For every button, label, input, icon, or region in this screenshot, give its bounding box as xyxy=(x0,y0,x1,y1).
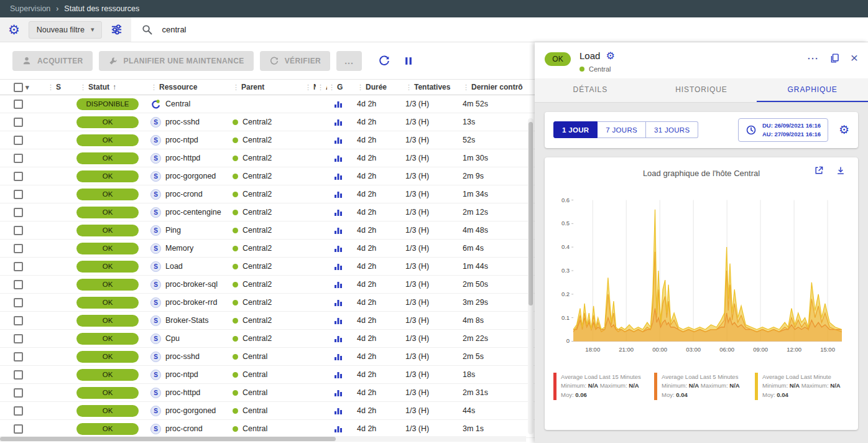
table-row[interactable]: OK S proc-broker-sql Central2 xyxy=(0,276,535,294)
graph-icon[interactable] xyxy=(334,424,343,433)
parent-name[interactable]: Central2 xyxy=(242,226,272,235)
refresh-button[interactable] xyxy=(378,55,390,67)
search-input[interactable] xyxy=(162,25,410,34)
table-row[interactable]: OK S proc-ntpd Central2 xyxy=(0,131,535,149)
parent-name[interactable]: Central2 xyxy=(242,244,272,253)
parent-name[interactable]: Central xyxy=(242,406,267,415)
resource-name[interactable]: Central xyxy=(165,100,190,108)
table-row[interactable]: OK S proc-httpd Central xyxy=(0,384,535,402)
select-all-checkbox[interactable] xyxy=(14,83,23,92)
tab-graphique[interactable]: GRAPHIQUE xyxy=(757,78,868,102)
resource-name[interactable]: proc-broker-sql xyxy=(165,280,218,289)
column-header-resource[interactable]: ⋮ Ressource xyxy=(143,83,225,91)
graph-icon[interactable] xyxy=(334,100,343,108)
table-row[interactable]: OK S proc-sshd Central2 xyxy=(0,113,535,131)
table-row[interactable]: DISPONIBLE S Central xyxy=(0,95,535,113)
resource-name[interactable]: proc-httpd xyxy=(165,154,200,162)
table-row[interactable]: OK S proc-gorgoned Central xyxy=(0,402,535,420)
panel-host-name[interactable]: Central xyxy=(589,65,611,73)
resource-name[interactable]: proc-crond xyxy=(165,190,203,198)
graph-icon[interactable] xyxy=(334,370,343,379)
resource-name[interactable]: Ping xyxy=(165,226,181,235)
copy-link-button[interactable] xyxy=(829,53,840,63)
vertical-scrollbar-thumb[interactable] xyxy=(529,122,533,305)
resource-name[interactable]: Broker-Stats xyxy=(165,316,208,325)
resource-settings-gear-icon[interactable]: ⚙ xyxy=(606,51,614,61)
graph-icon[interactable] xyxy=(334,136,343,144)
column-header-notes[interactable]: ⋮ N xyxy=(303,83,316,91)
table-row[interactable]: OK S proc-crond Central xyxy=(0,420,535,438)
graph-icon[interactable] xyxy=(334,388,343,397)
column-header-tries[interactable]: ⋮ Tentatives xyxy=(398,83,455,91)
filter-select[interactable]: Nouveau filtre ▾ xyxy=(29,21,103,39)
table-row[interactable]: OK S proc-centengine Central2 xyxy=(0,203,535,222)
row-checkbox[interactable] xyxy=(14,100,23,109)
resource-name[interactable]: proc-gorgoned xyxy=(165,172,216,180)
parent-name[interactable]: Central2 xyxy=(242,280,272,289)
resource-name[interactable]: Memory xyxy=(165,244,193,253)
row-checkbox[interactable] xyxy=(14,136,23,145)
date-range-box[interactable]: DU: 26/09/2021 16:16 AU: 27/09/2021 16:1… xyxy=(738,118,828,142)
graph-icon[interactable] xyxy=(334,334,343,343)
load-chart[interactable]: 18:0021:0000:0003:0006:0009:0012:0015:00… xyxy=(552,184,851,369)
range-1-jour[interactable]: 1 JOUR xyxy=(553,121,598,138)
resource-name[interactable]: proc-gorgoned xyxy=(165,406,216,415)
row-checkbox[interactable] xyxy=(14,316,23,325)
breadcrumb-section[interactable]: Supervision xyxy=(10,4,50,13)
row-checkbox[interactable] xyxy=(14,352,23,361)
select-options-caret-icon[interactable]: ▾ xyxy=(25,83,29,91)
criterias-tune-button[interactable] xyxy=(111,24,122,35)
table-row[interactable]: OK S proc-httpd Central2 xyxy=(0,149,535,167)
row-checkbox[interactable] xyxy=(14,370,23,380)
graph-icon[interactable] xyxy=(334,208,343,217)
resource-name[interactable]: proc-sshd xyxy=(165,352,200,361)
graph-icon[interactable] xyxy=(334,406,343,415)
table-row[interactable]: OK S Broker-Stats Central2 xyxy=(0,312,535,330)
parent-name[interactable]: Central2 xyxy=(242,298,272,307)
graph-icon[interactable] xyxy=(334,190,343,198)
column-header-severity[interactable]: ⋮ S xyxy=(40,83,72,91)
resource-name[interactable]: proc-ntpd xyxy=(165,136,198,144)
row-checkbox[interactable] xyxy=(14,424,23,434)
graph-icon[interactable] xyxy=(334,154,343,162)
resource-name[interactable]: proc-crond xyxy=(165,424,203,433)
table-row[interactable]: OK S proc-crond Central2 xyxy=(0,185,535,203)
row-checkbox[interactable] xyxy=(14,118,23,127)
tab-historique[interactable]: HISTORIQUE xyxy=(646,78,757,102)
acknowledge-button[interactable]: ACQUITTER xyxy=(12,51,93,71)
plan-maintenance-button[interactable]: PLANIFIER UNE MAINTENANCE xyxy=(99,51,254,71)
graph-icon[interactable] xyxy=(334,244,343,253)
parent-name[interactable]: Central2 xyxy=(242,316,272,325)
pause-autorefresh-button[interactable] xyxy=(403,55,414,67)
graph-icon[interactable] xyxy=(334,316,343,325)
graph-icon[interactable] xyxy=(334,352,343,361)
parent-name[interactable]: Central xyxy=(242,424,267,433)
parent-name[interactable]: Central2 xyxy=(242,208,272,217)
column-header-action[interactable]: ⋮ A xyxy=(316,83,327,91)
row-checkbox[interactable] xyxy=(14,226,23,235)
column-header-status[interactable]: ⋮ Statut ↑ xyxy=(72,83,143,91)
row-checkbox[interactable] xyxy=(14,406,23,416)
table-row[interactable]: OK S proc-sshd Central xyxy=(0,348,535,366)
row-checkbox[interactable] xyxy=(14,280,23,289)
row-checkbox[interactable] xyxy=(14,208,23,217)
parent-name[interactable]: Central2 xyxy=(242,118,272,126)
resource-name[interactable]: proc-httpd xyxy=(165,388,200,397)
parent-name[interactable]: Central xyxy=(242,388,267,397)
parent-name[interactable]: Central2 xyxy=(242,190,272,198)
check-button[interactable]: VÉRIFIER xyxy=(260,51,331,71)
export-graph-button[interactable] xyxy=(836,166,846,175)
parent-name[interactable]: Central2 xyxy=(242,172,272,180)
graph-icon[interactable] xyxy=(334,280,343,289)
filters-gear-button[interactable]: ⚙ xyxy=(8,23,20,36)
table-row[interactable]: OK S proc-broker-rrd Central2 xyxy=(0,294,535,312)
horizontal-scrollbar-thumb[interactable] xyxy=(0,437,336,441)
table-row[interactable]: OK S proc-ntpd Central xyxy=(0,366,535,384)
resource-name[interactable]: proc-broker-rrd xyxy=(165,298,217,307)
vertical-scrollbar[interactable] xyxy=(528,118,533,434)
resource-name[interactable]: Cpu xyxy=(165,334,180,343)
table-row[interactable]: OK S Cpu Central2 xyxy=(0,330,535,348)
graph-icon[interactable] xyxy=(334,262,343,271)
graph-icon[interactable] xyxy=(334,298,343,307)
row-checkbox[interactable] xyxy=(14,172,23,181)
